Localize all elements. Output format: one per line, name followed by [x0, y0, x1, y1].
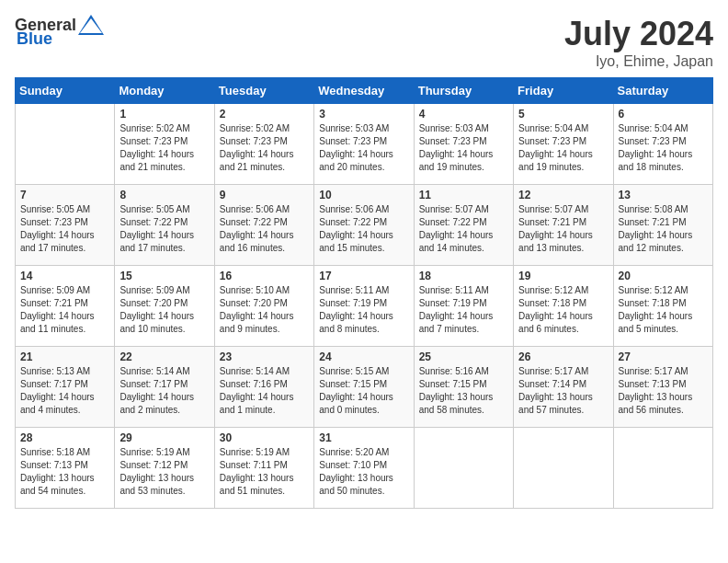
cell-info: Sunrise: 5:02 AM Sunset: 7:23 PM Dayligh…	[220, 122, 309, 174]
day-number: 23	[220, 350, 309, 363]
day-header-friday: Friday	[514, 78, 613, 104]
day-number: 3	[319, 108, 408, 121]
calendar-cell: 12Sunrise: 5:07 AM Sunset: 7:21 PM Dayli…	[514, 185, 613, 266]
cell-info: Sunrise: 5:07 AM Sunset: 7:22 PM Dayligh…	[419, 203, 508, 255]
day-number: 7	[20, 189, 109, 201]
day-number: 28	[20, 431, 109, 444]
cell-info: Sunrise: 5:06 AM Sunset: 7:22 PM Dayligh…	[319, 203, 408, 255]
calendar-cell: 24Sunrise: 5:15 AM Sunset: 7:15 PM Dayli…	[314, 347, 414, 428]
calendar-cell: 7Sunrise: 5:05 AM Sunset: 7:23 PM Daylig…	[16, 185, 115, 266]
calendar-cell: 20Sunrise: 5:12 AM Sunset: 7:18 PM Dayli…	[613, 266, 712, 347]
calendar-cell: 25Sunrise: 5:16 AM Sunset: 7:15 PM Dayli…	[414, 347, 513, 428]
cell-info: Sunrise: 5:09 AM Sunset: 7:20 PM Dayligh…	[119, 284, 209, 336]
logo: General Blue	[15, 15, 104, 49]
day-number: 10	[319, 189, 408, 201]
day-header-thursday: Thursday	[414, 78, 513, 104]
calendar-cell: 28Sunrise: 5:18 AM Sunset: 7:13 PM Dayli…	[16, 428, 115, 509]
week-row-5: 28Sunrise: 5:18 AM Sunset: 7:13 PM Dayli…	[16, 428, 713, 509]
calendar-cell: 8Sunrise: 5:05 AM Sunset: 7:22 PM Daylig…	[115, 185, 214, 266]
day-number: 18	[419, 270, 508, 282]
day-number: 4	[419, 108, 508, 121]
day-number: 30	[220, 431, 309, 444]
day-number: 20	[619, 270, 708, 282]
calendar-cell: 27Sunrise: 5:17 AM Sunset: 7:13 PM Dayli…	[613, 347, 712, 428]
cell-info: Sunrise: 5:03 AM Sunset: 7:23 PM Dayligh…	[419, 122, 508, 174]
day-number: 2	[220, 108, 309, 121]
logo-icon	[78, 15, 104, 35]
week-row-1: 1Sunrise: 5:02 AM Sunset: 7:23 PM Daylig…	[16, 104, 713, 185]
calendar-cell	[514, 428, 613, 509]
day-number: 6	[619, 108, 708, 121]
calendar-cell: 29Sunrise: 5:19 AM Sunset: 7:12 PM Dayli…	[115, 428, 214, 509]
title-area: July 2024 Iyo, Ehime, Japan	[564, 15, 713, 70]
day-number: 14	[20, 270, 109, 282]
calendar-cell: 17Sunrise: 5:11 AM Sunset: 7:19 PM Dayli…	[314, 266, 414, 347]
week-row-2: 7Sunrise: 5:05 AM Sunset: 7:23 PM Daylig…	[16, 185, 713, 266]
day-header-monday: Monday	[115, 78, 214, 104]
calendar-cell: 11Sunrise: 5:07 AM Sunset: 7:22 PM Dayli…	[414, 185, 513, 266]
cell-info: Sunrise: 5:11 AM Sunset: 7:19 PM Dayligh…	[319, 284, 408, 336]
cell-info: Sunrise: 5:17 AM Sunset: 7:14 PM Dayligh…	[518, 365, 608, 417]
cell-info: Sunrise: 5:12 AM Sunset: 7:18 PM Dayligh…	[518, 284, 608, 336]
day-number: 26	[518, 350, 608, 363]
week-row-3: 14Sunrise: 5:09 AM Sunset: 7:21 PM Dayli…	[16, 266, 713, 347]
calendar-cell	[613, 428, 712, 509]
day-number: 1	[119, 108, 209, 121]
cell-info: Sunrise: 5:19 AM Sunset: 7:11 PM Dayligh…	[220, 446, 309, 498]
day-number: 21	[20, 350, 109, 363]
day-number: 16	[220, 270, 309, 282]
calendar-cell: 14Sunrise: 5:09 AM Sunset: 7:21 PM Dayli…	[16, 266, 115, 347]
header: General Blue July 2024 Iyo, Ehime, Japan	[15, 15, 713, 70]
svg-marker-1	[80, 18, 102, 33]
day-number: 8	[119, 189, 209, 201]
month-title: July 2024	[564, 15, 713, 53]
day-number: 29	[119, 431, 209, 444]
cell-info: Sunrise: 5:13 AM Sunset: 7:17 PM Dayligh…	[20, 365, 109, 417]
calendar-body: 1Sunrise: 5:02 AM Sunset: 7:23 PM Daylig…	[16, 104, 713, 509]
calendar-cell: 23Sunrise: 5:14 AM Sunset: 7:16 PM Dayli…	[214, 347, 313, 428]
day-header-wednesday: Wednesday	[314, 78, 414, 104]
day-number: 24	[319, 350, 408, 363]
day-number: 5	[518, 108, 608, 121]
cell-info: Sunrise: 5:18 AM Sunset: 7:13 PM Dayligh…	[20, 446, 109, 498]
day-number: 11	[419, 189, 508, 201]
day-number: 9	[220, 189, 309, 201]
cell-info: Sunrise: 5:04 AM Sunset: 7:23 PM Dayligh…	[518, 122, 608, 174]
cell-info: Sunrise: 5:04 AM Sunset: 7:23 PM Dayligh…	[619, 122, 708, 174]
location-title: Iyo, Ehime, Japan	[564, 53, 713, 70]
calendar-cell: 13Sunrise: 5:08 AM Sunset: 7:21 PM Dayli…	[613, 185, 712, 266]
day-header-tuesday: Tuesday	[214, 78, 313, 104]
calendar-cell: 26Sunrise: 5:17 AM Sunset: 7:14 PM Dayli…	[514, 347, 613, 428]
day-number: 17	[319, 270, 408, 282]
calendar-cell: 30Sunrise: 5:19 AM Sunset: 7:11 PM Dayli…	[214, 428, 313, 509]
cell-info: Sunrise: 5:14 AM Sunset: 7:16 PM Dayligh…	[220, 365, 309, 417]
day-header-saturday: Saturday	[613, 78, 712, 104]
cell-info: Sunrise: 5:17 AM Sunset: 7:13 PM Dayligh…	[619, 365, 708, 417]
day-number: 25	[419, 350, 508, 363]
cell-info: Sunrise: 5:20 AM Sunset: 7:10 PM Dayligh…	[319, 446, 408, 498]
day-number: 15	[119, 270, 209, 282]
cell-info: Sunrise: 5:07 AM Sunset: 7:21 PM Dayligh…	[518, 203, 608, 255]
calendar-cell	[16, 104, 115, 185]
calendar-cell: 18Sunrise: 5:11 AM Sunset: 7:19 PM Dayli…	[414, 266, 513, 347]
cell-info: Sunrise: 5:12 AM Sunset: 7:18 PM Dayligh…	[619, 284, 708, 336]
cell-info: Sunrise: 5:10 AM Sunset: 7:20 PM Dayligh…	[220, 284, 309, 336]
cell-info: Sunrise: 5:15 AM Sunset: 7:15 PM Dayligh…	[319, 365, 408, 417]
calendar-cell: 31Sunrise: 5:20 AM Sunset: 7:10 PM Dayli…	[314, 428, 414, 509]
calendar-cell: 1Sunrise: 5:02 AM Sunset: 7:23 PM Daylig…	[115, 104, 214, 185]
calendar-cell: 15Sunrise: 5:09 AM Sunset: 7:20 PM Dayli…	[115, 266, 214, 347]
day-header-sunday: Sunday	[16, 78, 115, 104]
calendar-cell	[414, 428, 513, 509]
calendar-cell: 4Sunrise: 5:03 AM Sunset: 7:23 PM Daylig…	[414, 104, 513, 185]
day-number: 12	[518, 189, 608, 201]
calendar-table: SundayMondayTuesdayWednesdayThursdayFrid…	[15, 77, 713, 509]
cell-info: Sunrise: 5:14 AM Sunset: 7:17 PM Dayligh…	[119, 365, 209, 417]
day-number: 22	[119, 350, 209, 363]
calendar-cell: 3Sunrise: 5:03 AM Sunset: 7:23 PM Daylig…	[314, 104, 414, 185]
week-row-4: 21Sunrise: 5:13 AM Sunset: 7:17 PM Dayli…	[16, 347, 713, 428]
calendar-cell: 9Sunrise: 5:06 AM Sunset: 7:22 PM Daylig…	[214, 185, 313, 266]
cell-info: Sunrise: 5:02 AM Sunset: 7:23 PM Dayligh…	[119, 122, 209, 174]
calendar-cell: 6Sunrise: 5:04 AM Sunset: 7:23 PM Daylig…	[613, 104, 712, 185]
calendar-cell: 10Sunrise: 5:06 AM Sunset: 7:22 PM Dayli…	[314, 185, 414, 266]
cell-info: Sunrise: 5:09 AM Sunset: 7:21 PM Dayligh…	[20, 284, 109, 336]
